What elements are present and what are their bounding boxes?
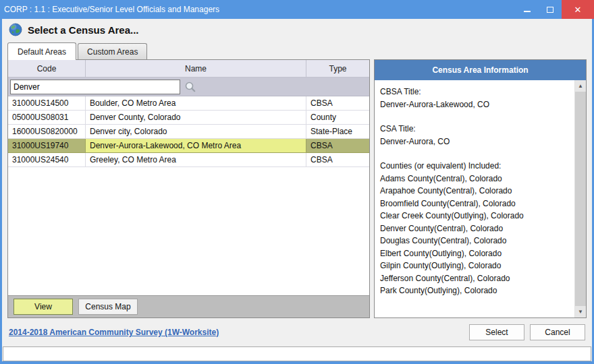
column-header-code[interactable]: Code — [8, 60, 86, 77]
county-item: Park County(Outlying), Colorado — [380, 284, 572, 297]
tab-custom-areas[interactable]: Custom Areas — [78, 43, 147, 59]
county-item: Broomfield County(Central), Colorado — [380, 198, 572, 210]
scroll-up-icon[interactable]: ▲ — [575, 80, 586, 92]
counties-label: Counties (or equivalent) Included: — [380, 160, 572, 173]
table-row[interactable]: 31000US14500 Boulder, CO Metro Area CBSA — [8, 96, 369, 111]
column-header-name[interactable]: Name — [86, 60, 306, 77]
cell-name: Denver-Aurora-Lakewood, CO Metro Area — [86, 139, 306, 153]
search-input[interactable] — [10, 80, 180, 94]
cancel-button[interactable]: Cancel — [530, 324, 585, 340]
cell-code: 31000US19740 — [8, 139, 86, 153]
table-row[interactable]: 16000US0820000 Denver city, Colorado Sta… — [8, 125, 369, 139]
search-row — [8, 78, 369, 96]
county-item: Elbert County(Outlying), Colorado — [380, 247, 572, 260]
maximize-button[interactable] — [539, 0, 562, 19]
dialog-header: Select a Census Area... — [2, 19, 592, 40]
table-header-row: Code Name Type — [8, 60, 369, 78]
county-item: Denver County(Central), Colorado — [380, 222, 572, 235]
cell-name: Boulder, CO Metro Area — [86, 96, 306, 111]
tab-default-areas[interactable]: Default Areas — [7, 42, 76, 60]
cell-type: CBSA — [306, 96, 369, 111]
info-panel-body: CBSA Title: Denver-Aurora-Lakewood, CO C… — [375, 80, 586, 317]
cell-code: 16000US0820000 — [8, 125, 86, 139]
cell-code: 05000US08031 — [8, 111, 86, 125]
county-item: Gilpin County(Outlying), Colorado — [380, 260, 572, 272]
census-area-table-panel: Code Name Type 31000US14500 Boulder, CO … — [7, 59, 370, 318]
info-panel-text: CBSA Title: Denver-Aurora-Lakewood, CO C… — [375, 80, 574, 317]
select-button[interactable]: Select — [469, 324, 524, 340]
cbsa-title-label: CBSA Title: — [380, 86, 572, 98]
tab-label: Default Areas — [18, 47, 66, 57]
county-item: Adams County(Central), Colorado — [380, 173, 572, 185]
survey-link[interactable]: 2014-2018 American Community Survey (1W-… — [9, 328, 219, 337]
info-scrollbar[interactable]: ▲ ▼ — [574, 80, 586, 317]
dialog-footer: 2014-2018 American Community Survey (1W-… — [2, 318, 592, 346]
county-item: Douglas County(Central), Colorado — [380, 235, 572, 247]
county-item: Jefferson County(Central), Colorado — [380, 272, 572, 285]
scroll-down-icon[interactable]: ▼ — [575, 306, 586, 317]
cell-name: Denver city, Colorado — [86, 125, 306, 139]
cbsa-title-value: Denver-Aurora-Lakewood, CO — [380, 98, 572, 111]
table-row[interactable]: 05000US08031 Denver County, Colorado Cou… — [8, 111, 369, 125]
main-content: Code Name Type 31000US14500 Boulder, CO … — [2, 59, 592, 318]
scrollbar-thumb[interactable] — [575, 92, 586, 306]
view-button[interactable]: View — [14, 299, 73, 315]
window-title: CORP : 1.1 : Executive/Senior Level Offi… — [4, 5, 516, 14]
info-panel-title: Census Area Information — [375, 60, 586, 80]
cell-type: County — [306, 111, 369, 125]
cell-type: CBSA — [306, 153, 369, 167]
cell-name: Denver County, Colorado — [86, 111, 306, 125]
maximize-icon — [547, 7, 554, 13]
table-actions-bar: View Census Map — [8, 295, 369, 317]
search-icon[interactable] — [184, 81, 196, 93]
cell-code: 31000US14500 — [8, 96, 86, 111]
csa-title-value: Denver-Aurora, CO — [380, 135, 572, 148]
status-bar — [3, 346, 591, 361]
cell-type: State-Place — [306, 125, 369, 139]
cell-name: Greeley, CO Metro Area — [86, 153, 306, 167]
table-row[interactable]: 31000US24540 Greeley, CO Metro Area CBSA — [8, 153, 369, 167]
column-header-type[interactable]: Type — [306, 60, 369, 77]
page-title: Select a Census Area... — [28, 24, 139, 36]
dialog-window: CORP : 1.1 : Executive/Senior Level Offi… — [0, 0, 594, 364]
close-button[interactable]: ✕ — [562, 0, 594, 19]
csa-title-label: CSA Title: — [380, 123, 572, 135]
county-item: Clear Creek County(Outlying), Colorado — [380, 210, 572, 222]
tab-label: Custom Areas — [87, 47, 138, 57]
county-item: Arapahoe County(Central), Colorado — [380, 185, 572, 198]
table-row-selected[interactable]: 31000US19740 Denver-Aurora-Lakewood, CO … — [8, 139, 369, 153]
globe-icon — [9, 23, 22, 36]
titlebar: CORP : 1.1 : Executive/Senior Level Offi… — [0, 0, 594, 19]
cell-code: 31000US24540 — [8, 153, 86, 167]
close-icon: ✕ — [574, 5, 582, 15]
table-empty-area — [8, 167, 369, 295]
tab-strip: Default Areas Custom Areas — [2, 40, 592, 59]
minimize-icon — [524, 11, 531, 12]
census-map-button[interactable]: Census Map — [78, 299, 138, 315]
cell-type: CBSA — [306, 139, 369, 153]
census-area-info-panel: Census Area Information CBSA Title: Denv… — [374, 59, 587, 318]
minimize-button[interactable] — [516, 0, 539, 19]
